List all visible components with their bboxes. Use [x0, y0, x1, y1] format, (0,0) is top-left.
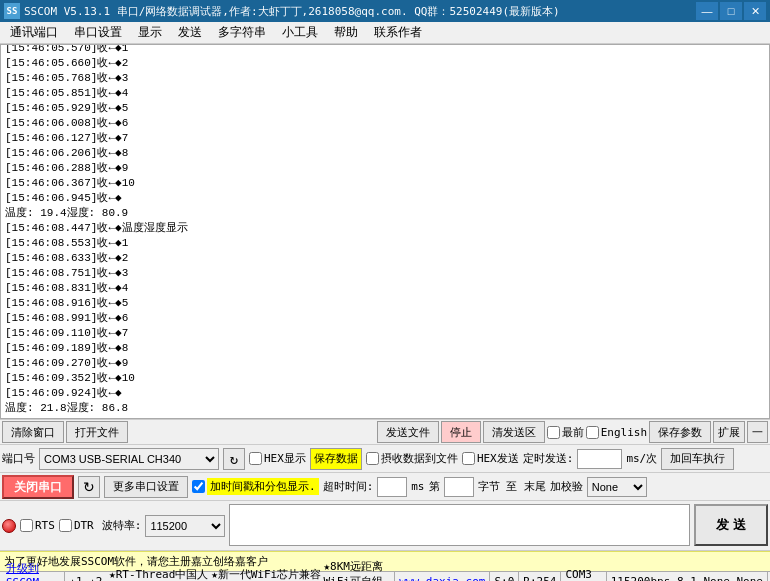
menu-help[interactable]: 帮助: [326, 22, 366, 43]
status-baud: 115200bps,8,1,None,None: [607, 572, 768, 581]
open-file-button[interactable]: 打开文件: [66, 421, 128, 443]
dash-button[interactable]: 一: [747, 421, 768, 443]
timeout-input[interactable]: 20: [377, 477, 407, 497]
page-input[interactable]: 1: [444, 477, 474, 497]
hex-send-checkbox[interactable]: [462, 452, 475, 465]
timestamp-checkbox[interactable]: [192, 480, 205, 493]
rts-label: RTS: [35, 519, 55, 532]
menu-tools[interactable]: 小工具: [274, 22, 326, 43]
terminal-line: [15:46:06.008]收←◆6: [5, 116, 765, 131]
multi-port-button[interactable]: 更多串口设置: [104, 476, 188, 498]
loop-send-button[interactable]: 加回车执行: [661, 448, 734, 470]
terminal-line: [15:46:08.633]收←◆2: [5, 251, 765, 266]
english-label: English: [601, 426, 647, 439]
menu-send[interactable]: 发送: [170, 22, 210, 43]
terminal-line: [15:46:08.991]收←◆6: [5, 311, 765, 326]
status-s: S:0: [490, 572, 519, 581]
terminal-line: [15:46:08.916]收←◆5: [5, 296, 765, 311]
terminal-line: [15:46:08.447]收←◆温度湿度显示: [5, 221, 765, 236]
rts-checkbox[interactable]: [20, 519, 33, 532]
close-button[interactable]: ✕: [744, 2, 766, 20]
refresh-button[interactable]: ↻: [223, 448, 245, 470]
recv-file-area: 摂收数据到文件: [366, 451, 458, 466]
website-link[interactable]: www.daxia.com: [399, 575, 485, 581]
send-file-button[interactable]: 发送文件: [377, 421, 439, 443]
timeout-label: 超时时间:: [323, 479, 374, 494]
app-icon: SS: [4, 3, 20, 19]
ms-label: ms/次: [626, 451, 657, 466]
last-checkbox[interactable]: [547, 426, 560, 439]
terminal-line: [15:46:08.553]收←◆1: [5, 236, 765, 251]
clear-window-button[interactable]: 清除窗口: [2, 421, 64, 443]
expand-button[interactable]: 扩展: [713, 421, 745, 443]
close-port-button[interactable]: 关闭串口: [2, 475, 74, 499]
port-label: 端口号: [2, 451, 35, 466]
terminal-line: [15:46:09.270]收←◆9: [5, 356, 765, 371]
timed-ms-input[interactable]: 1000: [577, 449, 622, 469]
port-select[interactable]: COM3 USB-SERIAL CH340: [39, 448, 219, 470]
terminal-line: [15:46:08.831]收←◆4: [5, 281, 765, 296]
dtr-label: DTR: [74, 519, 94, 532]
menu-serial-settings[interactable]: 串口设置: [66, 22, 130, 43]
terminal-line: [15:46:09.352]收←◆10: [5, 371, 765, 386]
bottom-panel: 端口号 COM3 USB-SERIAL CH340 ↻ HEX显示 保存数据 摂…: [0, 445, 770, 551]
clear-send-button[interactable]: 清发送区: [483, 421, 545, 443]
last-checkbox-area: 最前: [547, 425, 584, 440]
timestamp-label: 加时间戳和分包显示.: [207, 478, 319, 495]
hex-send-area: HEX发送: [462, 451, 519, 466]
hex-send-label: HEX发送: [477, 451, 519, 466]
send-area: 发 送: [229, 504, 768, 548]
hex-display-area: HEX显示: [249, 451, 306, 466]
menu-multi-string[interactable]: 多字符串: [210, 22, 274, 43]
status-r: R:254: [519, 572, 561, 581]
recv-file-checkbox[interactable]: [366, 452, 379, 465]
dtr-area: DTR: [59, 519, 94, 532]
dtr-checkbox[interactable]: [59, 519, 72, 532]
baud-select[interactable]: 115200: [145, 515, 225, 537]
menu-contact[interactable]: 联系作者: [366, 22, 430, 43]
recv-file-label: 摂收数据到文件: [381, 451, 458, 466]
timed-send-label: 定时发送:: [523, 451, 574, 466]
byte-label: 字节 至 末尾: [478, 479, 546, 494]
save-data-button[interactable]: 保存数据: [310, 448, 362, 470]
english-checkbox[interactable]: [586, 426, 599, 439]
led-indicator: [2, 519, 16, 533]
window-controls: — □ ✕: [696, 2, 766, 20]
terminal-line: [15:46:05.851]收←◆4: [5, 86, 765, 101]
menu-comm-port[interactable]: 通讯端口: [2, 22, 66, 43]
menu-display[interactable]: 显示: [130, 22, 170, 43]
page-label: 第: [429, 479, 440, 494]
terminal-line: [15:46:06.206]收←◆8: [5, 146, 765, 161]
terminal-line: [15:46:09.924]收←◆: [5, 386, 765, 401]
terminal-line: 温度: 19.4湿度: 80.9: [5, 206, 765, 221]
maximize-button[interactable]: □: [720, 2, 742, 20]
save-params-button[interactable]: 保存参数: [649, 421, 711, 443]
status-upgrade: 升级到SSCOM 13.1: [2, 572, 65, 581]
titlebar: SS SSCOM V5.13.1 串口/网络数据调试器,作者:大虾丁丁,2618…: [0, 0, 770, 22]
window-title: SSCOM V5.13.1 串口/网络数据调试器,作者:大虾丁丁,2618058…: [24, 4, 696, 19]
terminal-line: [15:46:05.570]收←◆1: [5, 44, 765, 56]
check-label: 加校验: [550, 479, 583, 494]
terminal-output: 温度: 149.9湿度: 79.4[15:46:05.464]收←◆温度湿度显示…: [0, 44, 770, 419]
ms2-label: ms: [411, 480, 424, 493]
timestamp-area: 加时间戳和分包显示.: [192, 478, 319, 495]
stop-button[interactable]: 停止: [441, 421, 481, 443]
send-button[interactable]: 发 送: [694, 504, 768, 546]
terminal-line: [15:46:06.288]收←◆9: [5, 161, 765, 176]
hex-display-checkbox[interactable]: [249, 452, 262, 465]
send-input[interactable]: [229, 504, 690, 546]
status-website: www.daxia.com: [395, 572, 490, 581]
terminal-line: [15:46:06.367]收←◆10: [5, 176, 765, 191]
menubar: 通讯端口 串口设置 显示 发送 多字符串 小工具 帮助 联系作者: [0, 22, 770, 44]
refresh2-icon: ↻: [83, 479, 95, 495]
status-star1: ★1. ★2. ★RT-Thread中国人的开源免费操作系统 ★新一代WiFi芯…: [65, 572, 395, 581]
terminal-line: [15:46:08.751]收←◆3: [5, 266, 765, 281]
statusbar: 升级到SSCOM 13.1 ★1. ★2. ★RT-Thread中国人的开源免费…: [0, 571, 770, 581]
minimize-button[interactable]: —: [696, 2, 718, 20]
english-checkbox-area: English: [586, 426, 647, 439]
check-select[interactable]: None: [587, 477, 647, 497]
upgrade-link[interactable]: 升级到SSCOM 13.1: [6, 561, 60, 581]
hex-display-label: HEX显示: [264, 451, 306, 466]
refresh-port-button[interactable]: ↻: [78, 476, 100, 498]
status-port: COM3 已打开: [561, 572, 606, 581]
